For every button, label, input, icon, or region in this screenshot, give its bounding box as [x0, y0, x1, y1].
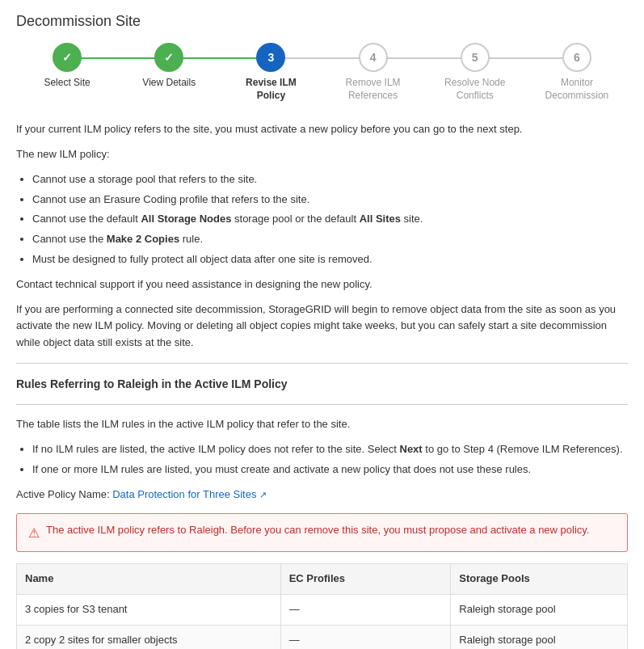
step-6: 6 MonitorDecommission: [526, 43, 628, 102]
support-text: Contact technical support if you need as…: [16, 276, 628, 293]
step-3-circle: 3: [256, 43, 285, 72]
row-2-ec: —: [280, 625, 451, 649]
step-5-label: Resolve NodeConflicts: [444, 77, 505, 102]
col-header-name: Name: [17, 564, 281, 595]
info-bullet-2: If one or more ILM rules are listed, you…: [32, 461, 628, 478]
table-intro: The table lists the ILM rules in the act…: [16, 416, 628, 433]
step-6-label: MonitorDecommission: [545, 77, 609, 102]
rules-table: Name EC Profiles Storage Pools 3 copies …: [16, 563, 628, 649]
bullet-4-bold: Make 2 Copies: [107, 233, 179, 245]
bullet-3: Cannot use the default All Storage Nodes…: [32, 211, 628, 228]
connected-site-text: If you are performing a connected site d…: [16, 301, 628, 352]
alert-text: The active ILM policy refers to Raleigh.…: [46, 522, 589, 539]
step-2-circle: ✓: [154, 43, 183, 72]
policy-name-label: Active Policy Name:: [16, 488, 112, 500]
table-row: 3 copies for S3 tenant — Raleigh storage…: [17, 594, 628, 625]
step-1: ✓ Select Site: [16, 43, 118, 90]
bullet-3-bold1: All Storage Nodes: [141, 213, 231, 225]
step-5: 5 Resolve NodeConflicts: [424, 43, 526, 102]
main-content: If your current ILM policy refers to the…: [16, 121, 628, 649]
policy-bullet-list: Cannot use a storage pool that refers to…: [32, 171, 628, 268]
bullet-2: Cannot use an Erasure Coding profile tha…: [32, 192, 628, 209]
step-1-circle: ✓: [53, 43, 82, 72]
info-bullet-1: If no ILM rules are listed, the active I…: [32, 441, 628, 458]
intro-paragraph-1: If your current ILM policy refers to the…: [16, 121, 628, 138]
row-1-name: 3 copies for S3 tenant: [17, 594, 281, 625]
next-bold: Next: [400, 443, 423, 455]
section-divider: [16, 363, 628, 364]
row-1-pools: Raleigh storage pool: [451, 594, 628, 625]
section-divider-2: [16, 404, 628, 405]
bullet-5: Must be designed to fully protect all ob…: [32, 251, 628, 268]
policy-name-row: Active Policy Name: Data Protection for …: [16, 487, 628, 504]
info-bullet-list: If no ILM rules are listed, the active I…: [32, 441, 628, 478]
step-2: ✓ View Details: [118, 43, 220, 90]
step-4-label: Remove ILMReferences: [346, 77, 401, 102]
page-title: Decommission Site: [16, 13, 628, 30]
bullet-3-bold2: All Sites: [360, 213, 401, 225]
alert-error-icon: ⚠: [28, 523, 40, 544]
external-link-icon: ↗: [259, 490, 267, 499]
stepper: ✓ Select Site ✓ View Details 3 Revise IL…: [16, 43, 628, 102]
alert-error: ⚠ The active ILM policy refers to Raleig…: [16, 513, 628, 553]
step-1-label: Select Site: [44, 77, 90, 90]
step-5-circle: 5: [461, 43, 490, 72]
table-body: 3 copies for S3 tenant — Raleigh storage…: [17, 594, 628, 649]
table-row: 2 copy 2 sites for smaller objects — Ral…: [17, 625, 628, 649]
section-title: Rules Referring to Raleigh in the Active…: [16, 375, 628, 393]
bullet-1: Cannot use a storage pool that refers to…: [32, 171, 628, 188]
table-header-row: Name EC Profiles Storage Pools: [17, 564, 628, 595]
row-2-pools: Raleigh storage pool: [451, 625, 628, 649]
col-header-pools: Storage Pools: [451, 564, 628, 595]
row-2-name: 2 copy 2 sites for smaller objects: [17, 625, 281, 649]
step-4: 4 Remove ILMReferences: [322, 43, 424, 102]
step-3-label: Revise ILMPolicy: [246, 77, 297, 102]
new-policy-label: The new ILM policy:: [16, 146, 628, 163]
page-container: Decommission Site ✓ Select Site ✓ View D…: [0, 0, 644, 649]
step-6-circle: 6: [562, 43, 591, 72]
step-2-label: View Details: [142, 77, 196, 90]
col-header-ec: EC Profiles: [280, 564, 451, 595]
policy-name-link[interactable]: Data Protection for Three Sites ↗: [112, 488, 267, 500]
row-1-ec: —: [280, 594, 451, 625]
bullet-4: Cannot use the Make 2 Copies rule.: [32, 231, 628, 248]
step-3: 3 Revise ILMPolicy: [220, 43, 322, 102]
table-head: Name EC Profiles Storage Pools: [17, 564, 628, 595]
step-4-circle: 4: [359, 43, 388, 72]
